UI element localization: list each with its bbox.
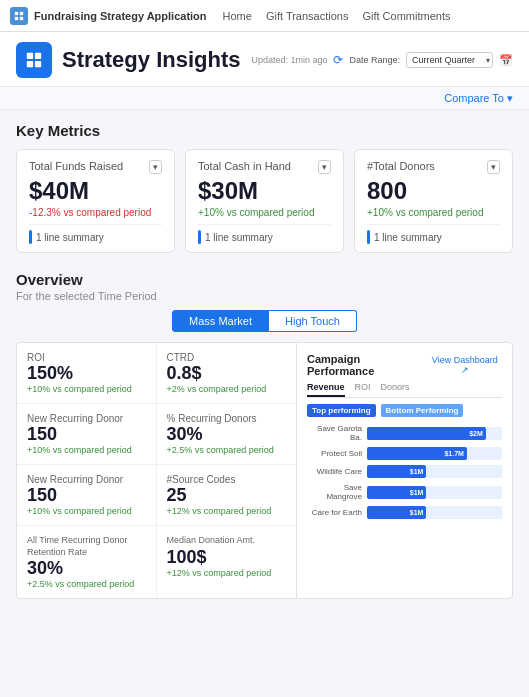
tab-group: Mass Market High Touch — [16, 310, 513, 332]
bar-row-1: Protect Soil $1.7M — [307, 447, 502, 460]
svg-rect-3 — [20, 16, 23, 19]
bar-label-4: Care for Earth — [307, 508, 362, 517]
bar-row-2: Wildlife Care $1M — [307, 465, 502, 478]
bar-value-0: $2M — [469, 430, 483, 437]
stat-roi-value: 150% — [27, 363, 146, 384]
campaign-tabs: Revenue ROI Donors — [307, 382, 502, 398]
page-icon — [16, 42, 52, 78]
bar-chart: Save Garota Ba. $2M Protect Soil $1.7M — [307, 424, 502, 519]
stat-sc-label: #Source Codes — [167, 474, 287, 485]
stat-rdpct-value: 30% — [167, 424, 287, 445]
nav-link-gift-transactions[interactable]: Gift Transactions — [266, 10, 349, 22]
metric-card-total-cash: Total Cash in Hand ▾ $30M +10% vs compar… — [185, 149, 344, 253]
stat-sc-change: +12% vs compared period — [167, 506, 287, 516]
stat-nrd2-value: 150 — [27, 485, 146, 506]
bar-bg-1: $1.7M — [367, 447, 502, 460]
stat-md-change: +12% vs compared period — [167, 568, 287, 578]
bar-value-2: $1M — [410, 468, 424, 475]
metrics-row: Total Funds Raised ▾ $40M -12.3% vs comp… — [16, 149, 513, 253]
stat-rr-value: 30% — [27, 558, 146, 579]
svg-rect-1 — [20, 11, 23, 14]
stat-new-recurring-donor-2: New Recurring Donor 150 +10% vs compared… — [17, 465, 157, 525]
view-dashboard-button[interactable]: View Dashboard ↗ — [427, 355, 502, 375]
bar-bg-2: $1M — [367, 465, 502, 478]
svg-rect-7 — [35, 61, 41, 67]
key-metrics-title: Key Metrics — [16, 122, 513, 139]
stat-ctrd-label: CTRD — [167, 352, 287, 363]
svg-rect-2 — [15, 16, 18, 19]
stat-rdpct-change: +2.5% vs compared period — [167, 445, 287, 455]
bar-fill-0: $2M — [367, 427, 486, 440]
page-title: Strategy Insights — [62, 47, 240, 73]
metric-change-total-funds: -12.3% vs compared period — [29, 207, 162, 218]
stat-roi: ROI 150% +10% vs compared period — [17, 343, 157, 403]
refresh-button[interactable]: ⟳ — [333, 53, 343, 67]
metric-dropdown-total-funds[interactable]: ▾ — [149, 160, 162, 174]
metric-dropdown-total-donors[interactable]: ▾ — [487, 160, 500, 174]
key-metrics-section: Key Metrics Total Funds Raised ▾ $40M -1… — [0, 110, 529, 261]
metric-dropdown-total-cash[interactable]: ▾ — [318, 160, 331, 174]
stat-retention-rate: All Time Recurring Donor Retention Rate … — [17, 526, 157, 598]
campaign-performance-panel: Campaign Performance View Dashboard ↗ Re… — [296, 342, 513, 599]
svg-rect-6 — [27, 61, 33, 67]
bar-value-4: $1M — [410, 509, 424, 516]
page-header-right: Updated: 1min ago ⟳ Date Range: Current … — [251, 52, 513, 68]
bar-value-1: $1.7M — [444, 450, 463, 457]
updated-text: Updated: 1min ago — [251, 55, 327, 65]
overview-section: Overview For the selected Time Period Ma… — [0, 261, 529, 607]
bar-label-3: Save Mangrove — [307, 483, 362, 501]
stat-ctrd: CTRD 0.8$ +2% vs compared period — [157, 343, 297, 403]
metric-summary-total-funds: 1 line summary — [29, 224, 162, 244]
stat-nrd2-label: New Recurring Donor — [27, 474, 146, 485]
stat-roi-label: ROI — [27, 352, 146, 363]
stat-rdpct-label: % Recurring Donors — [167, 413, 287, 424]
calendar-icon: 📅 — [499, 54, 513, 67]
tab-mass-market[interactable]: Mass Market — [172, 310, 269, 332]
bottom-performing-label: Bottom Performing — [381, 404, 464, 417]
stat-median-donation: Median Donation Amt. 100$ +12% vs compar… — [157, 526, 297, 598]
stat-new-recurring-donor-1: New Recurring Donor 150 +10% vs compared… — [17, 404, 157, 464]
nav-links: Home Gift Transactions Gift Commitments — [223, 10, 451, 22]
stat-rr-change: +2.5% vs compared period — [27, 579, 146, 589]
metric-card-total-donors: #Total Donors ▾ 800 +10% vs compared per… — [354, 149, 513, 253]
metric-value-total-funds: $40M — [29, 177, 162, 205]
bar-fill-2: $1M — [367, 465, 426, 478]
bar-bg-4: $1M — [367, 506, 502, 519]
date-range-select[interactable]: Current Quarter Last Quarter This Year — [406, 52, 493, 68]
stat-source-codes: #Source Codes 25 +12% vs compared period — [157, 465, 297, 525]
bar-row-0: Save Garota Ba. $2M — [307, 424, 502, 442]
overview-subtitle: For the selected Time Period — [16, 290, 513, 302]
stat-recurring-donors-pct: % Recurring Donors 30% +2.5% vs compared… — [157, 404, 297, 464]
bar-fill-4: $1M — [367, 506, 426, 519]
compare-to-button[interactable]: Compare To ▾ — [444, 92, 513, 105]
stat-sc-value: 25 — [167, 485, 287, 506]
metric-card-total-funds: Total Funds Raised ▾ $40M -12.3% vs comp… — [16, 149, 175, 253]
campaign-tab-donors[interactable]: Donors — [381, 382, 410, 397]
overview-title: Overview — [16, 271, 513, 288]
metric-value-total-donors: 800 — [367, 177, 500, 205]
bar-label-1: Protect Soil — [307, 449, 362, 458]
nav-link-gift-commitments[interactable]: Gift Commitments — [362, 10, 450, 22]
nav-link-home[interactable]: Home — [223, 10, 252, 22]
bar-label-0: Save Garota Ba. — [307, 424, 362, 442]
campaign-title: Campaign Performance — [307, 353, 427, 377]
page-header: Strategy Insights Updated: 1min ago ⟳ Da… — [0, 32, 529, 87]
metric-change-total-donors: +10% vs compared period — [367, 207, 500, 218]
tab-high-touch[interactable]: High Touch — [269, 310, 357, 332]
stat-nrd2-change: +10% vs compared period — [27, 506, 146, 516]
metric-label-total-funds: Total Funds Raised — [29, 160, 123, 172]
campaign-tab-revenue[interactable]: Revenue — [307, 382, 345, 397]
campaign-tab-roi[interactable]: ROI — [355, 382, 371, 397]
stat-nrd1-label: New Recurring Donor — [27, 413, 146, 424]
page-header-left: Strategy Insights — [16, 42, 240, 78]
stat-nrd1-change: +10% vs compared period — [27, 445, 146, 455]
stat-ctrd-change: +2% vs compared period — [167, 384, 287, 394]
metric-value-total-cash: $30M — [198, 177, 331, 205]
bar-value-3: $1M — [410, 489, 424, 496]
stat-ctrd-value: 0.8$ — [167, 363, 287, 384]
bar-row-4: Care for Earth $1M — [307, 506, 502, 519]
performing-labels: Top performing Bottom Performing — [307, 404, 502, 417]
bar-bg-0: $2M — [367, 427, 502, 440]
bar-label-2: Wildlife Care — [307, 467, 362, 476]
date-range-label: Date Range: — [349, 55, 400, 65]
